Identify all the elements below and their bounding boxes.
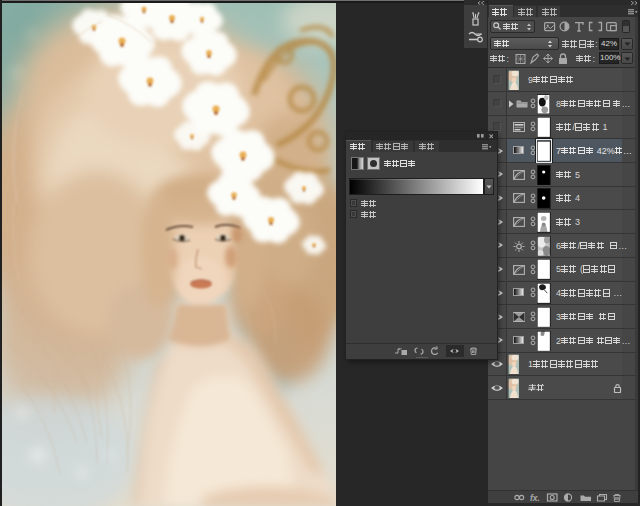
svg-text:fx.: fx. bbox=[530, 493, 540, 502]
